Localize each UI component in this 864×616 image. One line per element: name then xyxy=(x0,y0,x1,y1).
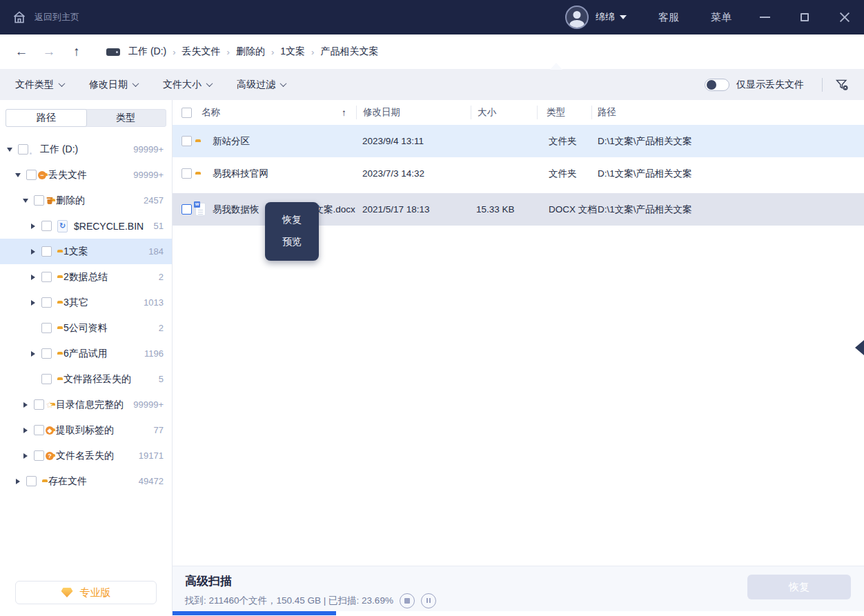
checkbox[interactable] xyxy=(41,348,52,359)
support-link[interactable]: 客服 xyxy=(658,11,679,24)
expander-open-icon[interactable] xyxy=(21,199,30,203)
pause-scan-button[interactable] xyxy=(421,593,436,608)
checkbox[interactable] xyxy=(41,246,52,257)
tree-item-count: 2457 xyxy=(144,195,164,206)
checkbox[interactable] xyxy=(34,425,44,435)
checkbox[interactable] xyxy=(41,221,52,231)
expander-closed-icon[interactable] xyxy=(29,223,37,229)
column-header-path[interactable]: 路径 xyxy=(598,100,616,125)
checkbox[interactable] xyxy=(41,374,52,384)
expander-closed-icon[interactable] xyxy=(21,453,30,459)
checkbox[interactable] xyxy=(41,272,52,282)
advanced-filter-dropdown-label: 高级过滤 xyxy=(237,79,275,91)
tree-item-work-drive[interactable]: 工作 (D:) 99999+ xyxy=(0,137,172,162)
tree-item-count: 19171 xyxy=(139,450,164,461)
column-header-name[interactable]: 名称 xyxy=(202,100,220,125)
nav-back-button[interactable]: ← xyxy=(14,44,29,59)
user-dropdown-caret-icon[interactable] xyxy=(620,15,627,19)
menu-link[interactable]: 菜单 xyxy=(711,11,732,24)
sort-ascending-icon[interactable]: ↑ xyxy=(342,100,346,125)
tree-item-5gongsi[interactable]: 5公司资料 2 xyxy=(0,315,172,341)
nav-forward-button[interactable]: → xyxy=(41,44,57,59)
file-row-1[interactable]: 易我科技官网 2023/7/3 14:32 文件夹 D:\1文案\产品相关文案 xyxy=(173,157,864,190)
breadcrumb-item-drive[interactable]: 工作 (D:) xyxy=(128,46,166,58)
context-menu-recover[interactable]: 恢复 xyxy=(265,209,319,231)
tab-path[interactable]: 路径 xyxy=(6,109,87,127)
tree-item-recycle-bin[interactable]: ↻ $RECYCLE.BIN 51 xyxy=(0,213,172,239)
row-checkbox[interactable] xyxy=(181,125,192,157)
expander-closed-icon[interactable] xyxy=(14,479,22,484)
tree-item-1wenan-selected[interactable]: 1文案 184 xyxy=(0,239,172,264)
expander-closed-icon[interactable] xyxy=(29,249,37,255)
column-divider[interactable] xyxy=(537,106,538,119)
tree-item-lost-files[interactable]: − 丢失文件 99999+ xyxy=(0,162,172,188)
tree-item-count: 1196 xyxy=(144,348,164,359)
column-divider[interactable] xyxy=(356,106,357,119)
username[interactable]: 绵绵 xyxy=(596,11,615,23)
minimize-button[interactable] xyxy=(758,10,772,24)
tree-item-name-lost[interactable]: ? 文件名丢失的 19171 xyxy=(0,443,172,468)
tree-item-count: 2 xyxy=(159,323,164,333)
checkbox[interactable] xyxy=(41,323,52,333)
context-menu-preview[interactable]: 预览 xyxy=(265,231,319,253)
breadcrumb-separator: › xyxy=(311,47,314,57)
row-checkbox[interactable] xyxy=(181,193,192,226)
checkbox[interactable] xyxy=(34,195,44,206)
close-button[interactable] xyxy=(838,10,852,24)
column-divider[interactable] xyxy=(591,106,592,119)
modified-date-dropdown[interactable]: 修改日期 xyxy=(89,79,138,91)
expander-closed-icon[interactable] xyxy=(21,402,30,408)
checkbox[interactable] xyxy=(18,144,28,155)
maximize-button[interactable] xyxy=(798,10,812,24)
tree-item-path-lost[interactable]: 文件路径丢失的 5 xyxy=(0,366,172,392)
file-type-dropdown[interactable]: 文件类型 xyxy=(15,79,64,91)
tab-type[interactable]: 类型 xyxy=(86,110,166,126)
file-name: 新站分区 xyxy=(213,125,250,157)
clear-filter-icon[interactable] xyxy=(835,78,849,92)
tree-item-tagged[interactable]: ◆ 提取到标签的 77 xyxy=(0,417,172,443)
expander-closed-icon[interactable] xyxy=(29,275,37,280)
column-header-date[interactable]: 修改日期 xyxy=(363,100,400,125)
checkbox[interactable] xyxy=(34,399,44,410)
checkbox[interactable] xyxy=(26,170,37,180)
nav-up-button[interactable]: ↑ xyxy=(69,44,84,59)
checkbox[interactable] xyxy=(26,476,37,486)
expander-closed-icon[interactable] xyxy=(29,300,37,306)
expander-open-icon[interactable] xyxy=(14,173,22,177)
file-size-dropdown[interactable]: 文件大小 xyxy=(163,79,212,91)
breadcrumb-item-folder[interactable]: 1文案 xyxy=(280,46,305,58)
tree-item-dir-complete[interactable]: ★ 目录信息完整的 99999+ xyxy=(0,392,172,417)
modified-date: 2023/7/3 14:32 xyxy=(362,157,424,190)
expander-closed-icon[interactable] xyxy=(21,428,30,433)
tree-item-label: 工作 (D:) xyxy=(40,143,78,156)
breadcrumb-item-lost-files[interactable]: 丢失文件 xyxy=(182,46,221,58)
tree-item-3qita[interactable]: 3其它 1013 xyxy=(0,290,172,315)
advanced-filter-dropdown[interactable]: 高级过滤 xyxy=(237,79,286,91)
tree-item-2shuju[interactable]: 2数据总结 2 xyxy=(0,264,172,290)
breadcrumb-item-deleted[interactable]: 删除的 xyxy=(236,46,265,58)
column-divider[interactable] xyxy=(471,106,471,119)
select-all-checkbox[interactable] xyxy=(181,100,192,125)
tree-item-6chanpin[interactable]: 6产品试用 1196 xyxy=(0,341,172,366)
file-row-0[interactable]: 新站分区 2023/9/4 13:11 文件夹 D:\1文案\产品相关文案 xyxy=(173,125,864,157)
recover-button[interactable]: 恢复 xyxy=(747,575,851,599)
expander-closed-icon[interactable] xyxy=(29,351,37,357)
checkbox[interactable] xyxy=(41,297,52,308)
sidebar: 路径 类型 工作 (D:) 99999+ − 丢失文件 99999+ xyxy=(0,100,173,616)
tree-item-deleted[interactable]: 删除的 2457 xyxy=(0,188,172,213)
user-avatar[interactable] xyxy=(565,6,589,29)
breadcrumb-item-current[interactable]: 产品相关文案 xyxy=(320,46,378,58)
column-header-size[interactable]: 大小 xyxy=(478,100,496,125)
checkbox[interactable] xyxy=(34,450,44,461)
expander-open-icon[interactable] xyxy=(6,148,14,152)
row-checkbox[interactable] xyxy=(181,157,192,190)
pro-version-button[interactable]: 专业版 xyxy=(15,581,157,604)
tree-item-label: 2数据总结 xyxy=(63,271,108,284)
column-header-type[interactable]: 类型 xyxy=(547,100,565,125)
stop-scan-button[interactable] xyxy=(400,593,415,608)
collapse-panel-handle[interactable] xyxy=(855,340,864,355)
lost-files-only-toggle[interactable] xyxy=(705,79,729,91)
back-to-home[interactable]: 返回到主页 xyxy=(12,10,79,24)
tree-item-existing-files[interactable]: 存在文件 49472 xyxy=(0,468,172,494)
home-label: 返回到主页 xyxy=(35,11,79,23)
